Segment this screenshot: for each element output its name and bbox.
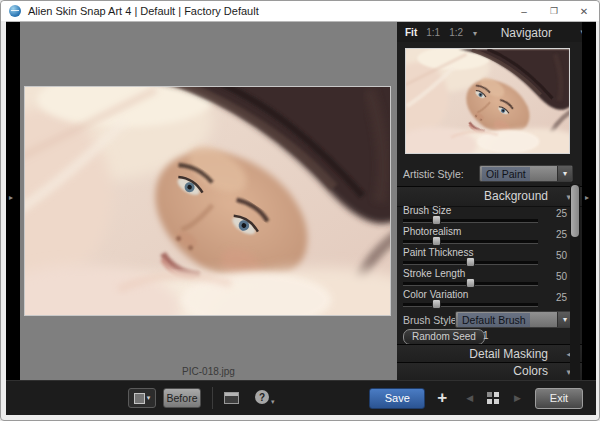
app-icon [9, 5, 21, 17]
artistic-style-row: Artistic Style: Oil Paint ▾ [397, 164, 582, 184]
bottom-toolbar: ▾ Before ? ▾ Save + ◀ ▶ Exit [6, 380, 596, 415]
brush-style-label: Brush Style [403, 314, 457, 326]
zoom-fit-button[interactable]: Fit [405, 27, 417, 38]
panel-scrollbar[interactable] [570, 184, 580, 380]
slider-stroke-length: Stroke Length 50 [397, 268, 582, 289]
title-bar: Alien Skin Snap Art 4 | Default | Factor… [1, 1, 599, 21]
slider-value: 50 [556, 271, 567, 282]
navigator-thumbnail[interactable] [405, 48, 570, 154]
slider-handle[interactable] [432, 215, 441, 225]
minimize-button-icon[interactable]: – [509, 1, 539, 21]
background-sliders: Brush Size 25 Photorealism 25 Paint Thic… [397, 205, 582, 310]
view-mode-button[interactable]: ▾ [128, 388, 156, 408]
slider-photorealism: Photorealism 25 [397, 226, 582, 247]
detail-masking-section-header[interactable]: Detail Masking ◂ [397, 344, 582, 364]
slider-value: 25 [556, 229, 567, 240]
batch-grid-icon[interactable] [487, 392, 500, 405]
slider-label: Paint Thickness [403, 247, 473, 258]
view-mode-dropdown-icon[interactable]: ▾ [147, 394, 151, 402]
window-title: Alien Skin Snap Art 4 | Default | Factor… [28, 5, 259, 17]
app-window: Alien Skin Snap Art 4 | Default | Factor… [0, 0, 600, 421]
slider-value: 25 [556, 292, 567, 303]
slider-handle[interactable] [432, 299, 441, 309]
zoom-toolbar: Fit 1:1 1:2 ▾ Navigator ▾ [397, 22, 582, 42]
slider-handle[interactable] [466, 257, 475, 267]
left-panel-collapse-strip[interactable]: ▸ [6, 22, 20, 380]
zoom-1-2-button[interactable]: 1:2 [449, 27, 463, 38]
detail-masking-section-title: Detail Masking [469, 347, 548, 361]
colors-section-header[interactable]: Colors ▾ [397, 362, 582, 381]
slider-value: 25 [556, 208, 567, 219]
zoom-1-1-button[interactable]: 1:1 [426, 27, 440, 38]
preview-canvas-area: PIC-018.jpg [20, 22, 397, 380]
artistic-style-label: Artistic Style: [403, 168, 464, 180]
slider-paint-thickness: Paint Thickness 50 [397, 247, 582, 268]
colors-section-title: Colors [513, 364, 548, 378]
slider-label: Brush Size [403, 205, 451, 216]
slider-track[interactable] [403, 240, 538, 244]
next-image-icon[interactable]: ▶ [514, 393, 521, 403]
random-seed-button[interactable]: Random Seed [403, 329, 485, 345]
maximize-button-icon[interactable]: ❐ [539, 1, 569, 21]
background-section-title: Background [484, 189, 548, 203]
slider-track[interactable] [403, 219, 538, 223]
collapse-right-panel-icon[interactable]: ▸ [585, 194, 589, 202]
expand-left-panel-icon[interactable]: ▸ [9, 194, 13, 202]
single-view-icon [134, 393, 145, 404]
slider-handle[interactable] [432, 236, 441, 246]
slider-brush-size: Brush Size 25 [397, 205, 582, 226]
close-button-icon[interactable]: ✕ [569, 1, 599, 21]
slider-track[interactable] [403, 261, 538, 265]
window-controls: – ❐ ✕ [509, 1, 599, 21]
panel-toggle-icon[interactable] [224, 392, 239, 404]
image-filename: PIC-018.jpg [20, 366, 397, 377]
add-preset-icon[interactable]: + [437, 389, 447, 406]
slider-color-variation: Color Variation 25 [397, 289, 582, 310]
exit-button[interactable]: Exit [535, 388, 583, 409]
main-preview-image[interactable] [24, 86, 391, 316]
slider-handle[interactable] [466, 278, 475, 288]
previous-image-icon[interactable]: ◀ [466, 393, 473, 403]
artistic-style-value: Oil Paint [482, 167, 530, 181]
artistic-style-dropdown[interactable]: Oil Paint ▾ [479, 165, 573, 182]
slider-value: 50 [556, 250, 567, 261]
brush-style-row: Brush Style Default Brush ▾ [397, 310, 582, 329]
toolbar-separator [212, 387, 213, 409]
window-frame-bottom [1, 412, 599, 420]
before-button[interactable]: Before [163, 388, 201, 408]
help-icon[interactable]: ? [255, 390, 269, 404]
random-seed-value: 1 [483, 330, 489, 341]
panel-scrollbar-thumb[interactable] [571, 185, 579, 237]
save-button[interactable]: Save [369, 388, 425, 409]
slider-track[interactable] [403, 282, 538, 286]
brush-style-value: Default Brush [458, 313, 530, 327]
help-menu[interactable]: ? ▾ [255, 390, 275, 406]
dropdown-arrow-icon[interactable]: ▾ [557, 166, 572, 181]
brush-style-dropdown[interactable]: Default Brush ▾ [455, 311, 573, 328]
navigator-section-title[interactable]: Navigator [501, 26, 552, 40]
background-section-header[interactable]: Background ▾ [397, 186, 582, 207]
client-area: ▸ PIC-018.jpg Fit 1:1 1:2 ▾ Navigator ▾ [6, 21, 596, 414]
right-panel-collapse-strip[interactable]: ▸ [582, 22, 596, 380]
slider-track[interactable] [403, 303, 538, 307]
settings-panel: Fit 1:1 1:2 ▾ Navigator ▾ Artistic Style… [397, 22, 582, 380]
zoom-dropdown-icon[interactable]: ▾ [473, 29, 477, 38]
help-dropdown-icon[interactable]: ▾ [271, 398, 275, 406]
slider-label: Stroke Length [403, 268, 465, 279]
random-seed-row: Random Seed 1 [397, 329, 582, 345]
